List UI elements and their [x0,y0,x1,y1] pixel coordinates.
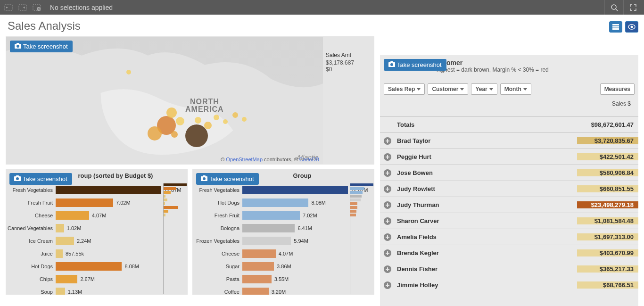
bar-value: 8.08M [123,262,139,271]
row-name: Jimmie Holley [395,281,577,289]
expand-icon[interactable] [380,137,395,145]
chart-sales[interactable]: Take screenshot Group Fresh Vegetables12… [192,169,374,295]
camera-icon [388,61,395,68]
row-name: Sharon Carver [395,217,577,224]
row-value: $68,766.51 [577,281,638,289]
fullscreen-icon[interactable] [623,0,642,15]
clear-selections-icon[interactable] [30,1,43,14]
filter-year[interactable]: Year [471,83,497,95]
chart-budget[interactable]: Take screenshot roup (sorted by Budget $… [6,169,188,295]
map-canvas[interactable]: NORTHAMERICA Atlantic [6,37,323,164]
eye-view-icon[interactable] [625,21,638,33]
table-row[interactable]: Judy Thurman$23,498,279.18 [380,197,638,213]
expand-icon[interactable] [380,233,395,241]
page-title: Sales Analysis [0,15,644,36]
filter-month[interactable]: Month [500,83,531,95]
table-row[interactable]: Sharon Carver$1,081,584.48 [380,213,638,229]
table-row[interactable]: Amelia Fields$1,697,313.00 [380,229,638,245]
expand-icon[interactable] [380,217,395,225]
bar-value: 7.02M [301,211,317,220]
screenshot-button[interactable]: Take screenshot [384,59,446,71]
bar-value: 8.08M [309,198,326,207]
bar-label: Fresh Fruit [192,213,242,218]
expand-icon[interactable] [380,185,395,193]
expand-icon[interactable] [380,153,395,161]
expand-icon[interactable] [380,265,395,273]
step-forward-icon[interactable] [16,1,29,14]
row-value: $422,501.42 [577,153,638,160]
table-row[interactable]: Judy Rowlett$660,851.55 [380,181,638,197]
screenshot-button[interactable]: Take screenshot [196,173,259,185]
bar-row[interactable]: Soup1.13M [6,285,162,295]
toolbar-right [604,0,644,15]
bar-label: Fresh Vegetables [6,187,56,193]
svg-rect-8 [17,43,19,44]
filter-sales-rep[interactable]: Sales Rep [384,83,425,95]
table-row[interactable]: Jose Bowen$580,906.84 [380,165,638,181]
svg-point-10 [16,177,19,180]
bar-row[interactable]: Juice857.55k [6,247,162,260]
svg-rect-11 [16,175,19,177]
search-icon[interactable] [604,0,623,15]
bar-label: Bologna [192,225,242,231]
bar-row[interactable]: Fresh Vegetables12.87M [192,183,349,196]
pivot-panel[interactable]: Take screenshot ustomer highest = dark b… [380,55,638,306]
caret-down-icon [523,88,527,91]
bar-row[interactable]: Sugar3.86M [192,260,349,273]
svg-point-7 [17,45,19,48]
bar-label: Chips [6,276,56,282]
table-row[interactable]: Brenda Kegler$403,670.99 [380,245,638,261]
screenshot-button[interactable]: Take screenshot [9,173,72,185]
svg-point-21 [390,63,393,66]
row-value: $3,720,835.67 [577,137,638,144]
bar-row[interactable]: Fresh Fruit7.02M [6,196,162,209]
bar-row[interactable]: Cheese4.07M [192,247,349,260]
bar-label: Hot Dogs [192,200,242,206]
bar-row[interactable]: Fresh Fruit7.02M [192,209,349,222]
bar-label: Sugar [192,264,242,269]
filter-customer[interactable]: Customer [428,83,468,95]
bar-row[interactable]: Coffee3.20M [192,285,349,295]
pivot-table: Totals$98,672,601.47Brad Taylor$3,720,83… [380,116,638,306]
camera-icon [201,175,207,182]
column-header: Sales $ [612,100,631,107]
bar-row[interactable]: Cheese4.07M [6,209,162,222]
minimap[interactable] [350,183,373,294]
form-view-icon[interactable] [609,21,622,33]
bar-row[interactable]: Ice Cream2.24M [6,234,162,247]
pivot-header: ustomer highest = dark brown, Margin % <… [437,59,635,73]
bar-row[interactable]: Frozen Vegetables5.94M [192,234,349,247]
row-value: $1,081,584.48 [577,217,638,224]
continent-label: NORTHAMERICA [185,98,224,113]
table-row[interactable]: Jimmie Holley$68,766.51 [380,277,638,293]
table-row[interactable]: Brad Taylor$3,720,835.67 [380,132,638,149]
minimap[interactable] [163,183,187,294]
bar-row[interactable]: Canned Vegetables1.02M [6,222,162,234]
map-panel[interactable]: Take screenshot NORTHAMERICA Atlantic [6,36,374,165]
bar-row[interactable]: Hot Dogs8.08M [192,196,349,209]
screenshot-button[interactable]: Take screenshot [10,41,73,52]
bar-label: Cheese [6,213,56,218]
step-back-icon[interactable] [2,1,15,14]
bar-value: 1.02M [65,224,82,232]
bar-row[interactable]: Fresh Vegetables12.87M [6,183,162,196]
bar-row[interactable]: Bologna6.41M [192,222,349,234]
svg-rect-14 [203,175,206,177]
expand-icon[interactable] [380,169,395,177]
row-value: $580,906.84 [577,169,638,176]
expand-icon[interactable] [380,201,395,209]
table-row[interactable]: Dennis Fisher$365,217.33 [380,261,638,277]
bar-row[interactable]: Hot Dogs8.08M [6,260,162,273]
measures-button[interactable]: Measures [600,83,635,95]
bar-row[interactable]: Chips2.67M [6,273,162,285]
svg-rect-15 [612,24,619,25]
svg-rect-22 [390,61,393,63]
bar-value: 1.13M [66,288,83,295]
row-value: $403,670.99 [577,249,638,256]
expand-icon[interactable] [380,281,395,289]
bar-row[interactable]: Pasta3.55M [192,273,349,285]
table-row[interactable]: Peggie Hurt$422,501.42 [380,149,638,165]
carto-link[interactable]: CartoDB [299,157,319,162]
osm-link[interactable]: OpenStreetMap [226,157,263,162]
expand-icon[interactable] [380,249,395,257]
